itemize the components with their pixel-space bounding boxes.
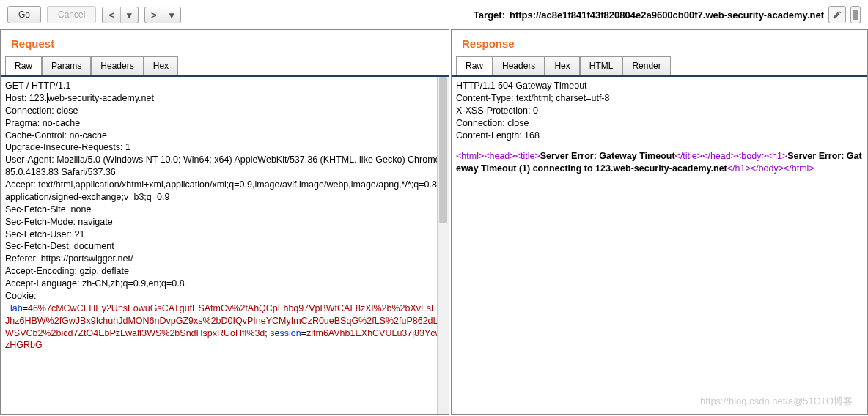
next-dropdown[interactable]: ▾ — [163, 7, 180, 23]
req-line: Sec-Fetch-Dest: document — [5, 240, 444, 253]
req-line: Sec-Fetch-User: ?1 — [5, 229, 444, 241]
cookie-line: _lab=46%7cMCwCFHEy2UnsFowuGsCATgufESAfmC… — [5, 302, 444, 352]
target-row: Target: https://ac8e1f841f43f820804e2a96… — [474, 6, 861, 23]
tab-hex[interactable]: Hex — [545, 56, 579, 75]
watermark: https://blog.csdn.net/a@51CTO博客 — [700, 395, 853, 408]
req-line: GET / HTTP/1.1 — [5, 80, 444, 92]
req-line: Connection: close — [5, 105, 444, 117]
req-line: Referer: https://portswigger.net/ — [5, 253, 444, 265]
prev-button[interactable]: < — [103, 7, 120, 23]
response-title: Response — [452, 30, 867, 56]
next-button[interactable]: > — [145, 7, 163, 23]
tab-params[interactable]: Params — [42, 56, 91, 75]
resp-html: <html><head><title>Server Error: Gateway… — [456, 150, 863, 175]
tab-raw[interactable]: Raw — [5, 56, 42, 75]
request-body[interactable]: GET / HTTP/1.1 Host: 123.web-security-ac… — [1, 77, 449, 414]
response-body[interactable]: HTTP/1.1 504 Gateway Timeout Content-Typ… — [452, 77, 867, 414]
request-scrollbar[interactable] — [437, 77, 449, 414]
tab-hex[interactable]: Hex — [144, 56, 178, 75]
req-host-line: Host: 123.web-security-academy.net — [5, 92, 444, 105]
request-tabs: Raw Params Headers Hex — [1, 56, 449, 77]
bar-button[interactable] — [850, 6, 861, 23]
top-toolbar: Go Cancel < ▾ > ▾ Target: https://ac8e1f… — [0, 0, 868, 29]
history-next-group: > ▾ — [144, 7, 181, 23]
req-line: Pragma: no-cache — [5, 117, 444, 130]
pencil-icon — [832, 10, 842, 20]
prev-dropdown[interactable]: ▾ — [120, 7, 138, 23]
tab-html[interactable]: HTML — [580, 56, 623, 75]
target-url: https://ac8e1f841f43f820804e2a9600cb00f7… — [510, 10, 824, 21]
resp-line: Content-Type: text/html; charset=utf-8 — [456, 92, 863, 105]
req-line: Sec-Fetch-Mode: navigate — [5, 216, 444, 229]
tab-headers[interactable]: Headers — [493, 56, 545, 75]
go-button[interactable]: Go — [7, 6, 41, 23]
resp-line: Content-Length: 168 — [456, 130, 863, 142]
req-line: Upgrade-Insecure-Requests: 1 — [5, 141, 444, 154]
resp-line: HTTP/1.1 504 Gateway Timeout — [456, 80, 863, 92]
request-panel: Request Raw Params Headers Hex GET / HTT… — [0, 29, 449, 415]
response-panel: Response Raw Headers Hex HTML Render HTT… — [451, 29, 868, 415]
req-line: User-Agent: Mozilla/5.0 (Windows NT 10.0… — [5, 154, 444, 179]
history-prev-group: < ▾ — [102, 7, 139, 23]
cancel-button[interactable]: Cancel — [47, 6, 96, 23]
panels: Request Raw Params Headers Hex GET / HTT… — [0, 29, 868, 415]
edit-target-button[interactable] — [828, 6, 846, 23]
svg-rect-0 — [853, 10, 858, 20]
tab-raw[interactable]: Raw — [456, 56, 493, 75]
target-label: Target: — [474, 10, 505, 21]
req-line: Accept-Encoding: gzip, deflate — [5, 265, 444, 278]
scroll-thumb[interactable] — [439, 77, 447, 223]
response-tabs: Raw Headers Hex HTML Render — [452, 56, 867, 77]
req-line: Cookie: — [5, 290, 444, 302]
request-title: Request — [1, 30, 449, 56]
req-line: Accept: text/html,application/xhtml+xml,… — [5, 179, 444, 204]
tab-headers[interactable]: Headers — [91, 56, 143, 75]
req-line: Cache-Control: no-cache — [5, 130, 444, 142]
req-line: Sec-Fetch-Site: none — [5, 204, 444, 216]
resp-line: X-XSS-Protection: 0 — [456, 105, 863, 117]
resp-line: Connection: close — [456, 117, 863, 130]
tab-render[interactable]: Render — [622, 56, 670, 75]
bar-icon — [853, 10, 858, 20]
req-line: Accept-Language: zh-CN,zh;q=0.9,en;q=0.8 — [5, 278, 444, 290]
blank-line — [456, 141, 863, 150]
